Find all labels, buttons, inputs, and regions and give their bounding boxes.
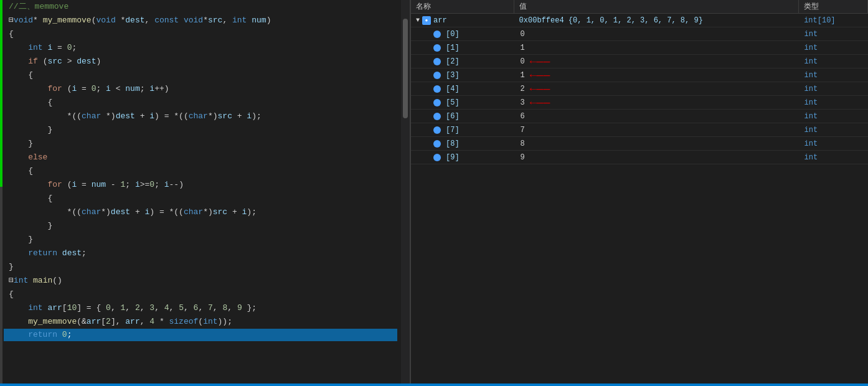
var-icon: ● <box>422 16 431 25</box>
code-line: *((char*)dest + i) = *((char*)src + i); <box>4 205 397 219</box>
debug-row[interactable]: [2]0←——int <box>411 55 868 68</box>
debug-cell-value: 1 <box>516 42 800 54</box>
code-line: else <box>4 151 397 164</box>
index-label: [7] <box>446 126 460 134</box>
code-line: } <box>4 233 397 247</box>
line-text: { <box>4 165 397 177</box>
line-text: for (i = 0; i < num; i++) <box>4 83 397 95</box>
line-text: if (src > dest) <box>4 55 397 68</box>
value-text: 0 <box>521 57 525 66</box>
debug-row[interactable]: [8]8int <box>411 137 868 151</box>
index-label: [9] <box>446 153 460 162</box>
debug-cell-arr-type: int[10] <box>799 15 868 26</box>
type-text: int <box>804 57 818 66</box>
code-line: my_memmove(&arr[2], arr, 4 * sizeof(int)… <box>4 315 397 329</box>
debug-panel: 名称 值 类型 ▼ ● arr 0x00bffee4 {0, 1, 0, 1, … <box>411 0 868 384</box>
arr-addr: 0x00bffee4 {0, 1, 0, 1, 2, 3, 6, 7, 8, 9… <box>519 16 703 25</box>
expand-icon[interactable]: ▼ <box>416 17 420 24</box>
debug-cell-index: [1] <box>411 42 516 54</box>
type-text: int <box>804 85 818 93</box>
index-label: [8] <box>446 139 460 148</box>
var-icon <box>433 99 441 106</box>
debug-row[interactable]: [0]0int <box>411 27 868 41</box>
var-icon <box>433 58 441 65</box>
code-lines: //二、memmove ⊟void* my_memmove(void *dest… <box>0 0 410 341</box>
arrow-indicator: ←—— <box>530 69 550 82</box>
code-line: { <box>4 68 397 82</box>
debug-row[interactable]: [6]6int <box>411 110 868 123</box>
value-text: 8 <box>521 139 525 148</box>
arrow-indicator: ←—— <box>530 83 550 95</box>
code-editor: //二、memmove ⊟void* my_memmove(void *dest… <box>0 0 410 384</box>
debug-cell-index: [0] <box>411 29 516 40</box>
code-line: { <box>4 164 397 178</box>
type-text: int <box>804 44 818 52</box>
debug-cell-value: 9 <box>516 152 800 163</box>
code-line: *((char *)dest + i) = *((char*)src + i); <box>4 110 397 123</box>
var-icon <box>433 85 441 93</box>
var-icon <box>433 126 441 134</box>
line-text: ⊟int main() <box>4 275 397 287</box>
line-text: //二、memmove <box>4 1 397 13</box>
code-line: { <box>4 192 397 205</box>
line-text: else <box>4 151 397 164</box>
value-text: 3 <box>521 98 525 107</box>
line-text: { <box>4 288 397 301</box>
var-icon <box>433 44 441 52</box>
code-line-active: return 0; <box>4 329 397 341</box>
header-type-col: 类型 <box>799 0 868 13</box>
scrollbar-thumb[interactable] <box>403 19 408 118</box>
debug-cell-value: 0 <box>516 29 800 40</box>
header-value-col: 值 <box>514 0 799 13</box>
debug-row[interactable]: [7]7int <box>411 123 868 137</box>
value-text: 1 <box>521 71 525 80</box>
type-text: int <box>804 139 818 148</box>
debug-cell-value: 8 <box>516 138 800 149</box>
debug-cell-value: 7 <box>516 125 800 136</box>
debug-cell-index: [3] <box>411 70 516 81</box>
debug-row[interactable]: [4]2←——int <box>411 82 868 96</box>
code-line: int i = 0; <box>4 41 397 55</box>
var-icon <box>433 113 441 120</box>
debug-cell-arr-value: 0x00bffee4 {0, 1, 0, 1, 2, 3, 6, 7, 8, 9… <box>514 15 800 26</box>
debug-cell-type: int <box>799 56 868 67</box>
code-line: } <box>4 219 397 233</box>
line-text: return dest; <box>4 247 397 260</box>
code-line: for (i = 0; i < num; i++) <box>4 82 397 96</box>
debug-cell-type: int <box>799 70 868 81</box>
line-text: { <box>4 28 397 40</box>
debug-row[interactable]: [9]9int <box>411 151 868 164</box>
line-text: int arr[10] = { 0, 1, 2, 3, 4, 5, 6, 7, … <box>4 302 397 314</box>
line-text: int i = 0; <box>4 42 397 54</box>
line-text: ⊟void* my_memmove(void *dest, const void… <box>4 14 397 27</box>
line-text: } <box>4 138 397 150</box>
header-name-col: 名称 <box>411 0 514 13</box>
debug-row-arr[interactable]: ▼ ● arr 0x00bffee4 {0, 1, 0, 1, 2, 3, 6,… <box>411 14 868 27</box>
type-text: int <box>804 153 818 162</box>
debug-row[interactable]: [5]3←——int <box>411 96 868 110</box>
type-text: int <box>804 71 818 80</box>
debug-cell-index: [4] <box>411 83 516 95</box>
debug-cell-arr-name: ▼ ● arr <box>411 15 514 26</box>
line-text: { <box>4 192 397 205</box>
var-icon <box>433 154 441 161</box>
code-line: if (src > dest) <box>4 55 397 68</box>
code-line: } <box>4 123 397 137</box>
type-text: int <box>804 98 818 107</box>
index-label: [4] <box>446 85 460 93</box>
var-icon <box>433 72 441 79</box>
code-line: ⊟int main() <box>4 274 397 288</box>
line-text: *((char*)dest + i) = *((char*)src + i); <box>4 206 397 219</box>
debug-row[interactable]: [1]1int <box>411 41 868 55</box>
scrollbar-track[interactable] <box>401 0 410 384</box>
debug-row[interactable]: [3]1←——int <box>411 68 868 82</box>
debug-table-header: 名称 值 类型 <box>411 0 868 14</box>
debug-cell-value: 6 <box>516 111 800 122</box>
value-text: 0 <box>521 30 525 39</box>
index-label: [6] <box>446 112 460 121</box>
index-label: [1] <box>446 44 460 52</box>
value-text: 2 <box>521 85 525 93</box>
debug-cell-index: [7] <box>411 125 516 136</box>
debug-cell-type: int <box>799 152 868 163</box>
debug-cell-index: [2] <box>411 56 516 67</box>
